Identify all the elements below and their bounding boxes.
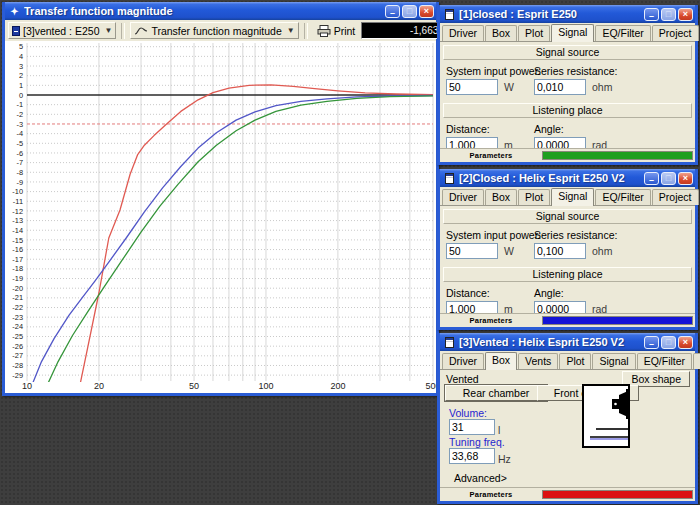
toolbar-separator bbox=[304, 23, 308, 39]
angle-label: Angle: bbox=[534, 287, 689, 299]
transfer-function-plot[interactable]: 543210-1-2-3-4-5-6-7-8-9-10-11-12-13-14-… bbox=[5, 41, 436, 393]
svg-text:50: 50 bbox=[189, 381, 199, 391]
win2-signal-page: Signal source System input power: W Seri… bbox=[440, 209, 695, 317]
system-selector[interactable]: [3]vented : E250 ▼ bbox=[8, 22, 116, 39]
parameters-label: Parameters bbox=[440, 490, 542, 499]
volume-unit: l bbox=[498, 424, 500, 436]
minimize-button[interactable]: – bbox=[385, 5, 400, 18]
tuning-freq-unit: Hz bbox=[498, 453, 511, 465]
tab-eq-filter[interactable]: EQ/Filter bbox=[637, 353, 692, 369]
tab-project[interactable]: Project bbox=[652, 189, 699, 205]
win3-titlebar[interactable]: [3]Vented : Helix Esprit E250 V2 – □ × bbox=[440, 333, 695, 351]
tab-vents[interactable]: Vents bbox=[518, 353, 558, 369]
closed-helix-window: [2]Closed : Helix Esprit E250 V2 – □ × D… bbox=[437, 169, 698, 330]
tab-driver[interactable]: Driver bbox=[442, 25, 484, 41]
tab-eq-filter[interactable]: EQ/Filter bbox=[595, 25, 650, 41]
power-unit: W bbox=[504, 245, 514, 257]
svg-text:2: 2 bbox=[19, 71, 23, 80]
listening-place-header: Listening place bbox=[443, 267, 692, 282]
svg-text:4: 4 bbox=[19, 52, 23, 61]
win1-signal-page: Signal source System input power: W Seri… bbox=[440, 45, 695, 153]
win3-title: [3]Vented : Helix Esprit E250 V2 bbox=[459, 336, 642, 348]
resistance-unit: ohm bbox=[592, 81, 612, 93]
svg-text:20: 20 bbox=[94, 381, 104, 391]
transfer-function-window: ✦ Transfer function magnitude – □ × [3]v… bbox=[2, 2, 439, 396]
resistance-input[interactable] bbox=[534, 243, 586, 259]
tab-eq-filter[interactable]: EQ/Filter bbox=[595, 189, 650, 205]
signal-source-header: Signal source bbox=[443, 209, 692, 224]
power-label: System input power: bbox=[446, 65, 534, 77]
svg-text:-19: -19 bbox=[12, 274, 23, 283]
power-input[interactable] bbox=[446, 79, 498, 95]
tab-project[interactable]: Project bbox=[652, 25, 699, 41]
svg-text:-27: -27 bbox=[12, 351, 23, 360]
svg-text:-14: -14 bbox=[12, 226, 23, 235]
parameters-label: Parameters bbox=[440, 316, 542, 325]
plot-type-selector[interactable]: Transfer function magnitude ▼ bbox=[130, 22, 298, 39]
svg-text:100: 100 bbox=[258, 381, 273, 391]
win3-tabs: Driver Box Vents Plot Signal EQ/Filter P… bbox=[440, 351, 695, 370]
advanced-link[interactable]: Advanced> bbox=[454, 472, 507, 484]
closed-esprit-window: [1]closed : Esprit E250 – □ × Driver Box… bbox=[437, 5, 698, 165]
resistance-label: Series resistance: bbox=[534, 65, 689, 77]
rear-chamber-button[interactable]: Rear chamber bbox=[445, 385, 547, 401]
resistance-unit: ohm bbox=[592, 245, 612, 257]
tab-plot[interactable]: Plot bbox=[518, 189, 550, 205]
vented-helix-window: [3]Vented : Helix Esprit E250 V2 – □ × D… bbox=[437, 333, 698, 504]
maximize-button[interactable]: □ bbox=[661, 8, 676, 21]
minimize-button[interactable]: – bbox=[644, 336, 659, 349]
close-button[interactable]: × bbox=[419, 5, 434, 18]
svg-text:-5: -5 bbox=[16, 139, 23, 148]
win1-titlebar[interactable]: [1]closed : Esprit E250 – □ × bbox=[440, 5, 695, 23]
tab-box[interactable]: Box bbox=[485, 352, 517, 370]
svg-text:-26: -26 bbox=[12, 342, 23, 351]
print-button[interactable]: Print bbox=[313, 22, 360, 39]
maximize-button[interactable]: □ bbox=[661, 336, 676, 349]
win2-titlebar[interactable]: [2]Closed : Helix Esprit E250 V2 – □ × bbox=[440, 169, 695, 187]
close-button[interactable]: × bbox=[678, 336, 693, 349]
tab-driver[interactable]: Driver bbox=[442, 353, 484, 369]
tab-driver[interactable]: Driver bbox=[442, 189, 484, 205]
maximize-button[interactable]: □ bbox=[402, 5, 417, 18]
tab-signal[interactable]: Signal bbox=[592, 353, 635, 369]
svg-text:-9: -9 bbox=[16, 178, 23, 187]
tab-signal[interactable]: Signal bbox=[551, 24, 594, 42]
svg-text:0: 0 bbox=[19, 91, 23, 100]
tab-plot[interactable]: Plot bbox=[559, 353, 591, 369]
enclosure-type-label: Vented bbox=[446, 373, 479, 385]
resistance-input[interactable] bbox=[534, 79, 586, 95]
close-button[interactable]: × bbox=[678, 8, 693, 21]
svg-text:-12: -12 bbox=[12, 207, 23, 216]
close-button[interactable]: × bbox=[678, 172, 693, 185]
tab-signal[interactable]: Signal bbox=[551, 188, 594, 206]
svg-text:-20: -20 bbox=[12, 284, 23, 293]
svg-text:10: 10 bbox=[22, 381, 32, 391]
power-input[interactable] bbox=[446, 243, 498, 259]
tab-plot[interactable]: Plot bbox=[518, 25, 550, 41]
minimize-button[interactable]: – bbox=[644, 8, 659, 21]
main-window-title: Transfer function magnitude bbox=[24, 5, 383, 17]
svg-text:3: 3 bbox=[19, 62, 23, 71]
tab-box[interactable]: Box bbox=[485, 25, 517, 41]
maximize-button[interactable]: □ bbox=[661, 172, 676, 185]
main-titlebar[interactable]: ✦ Transfer function magnitude – □ × bbox=[5, 2, 436, 20]
win3-box-page: Vented Box shape Rear chamber Front cham… bbox=[440, 370, 695, 485]
system-doc-icon bbox=[12, 26, 20, 36]
svg-text:-4: -4 bbox=[16, 129, 23, 138]
volume-input[interactable] bbox=[449, 419, 495, 435]
win1-tabs: Driver Box Plot Signal EQ/Filter Project bbox=[440, 23, 695, 42]
minimize-button[interactable]: – bbox=[644, 172, 659, 185]
svg-text:-13: -13 bbox=[12, 216, 23, 225]
svg-text:-8: -8 bbox=[16, 168, 23, 177]
parameters-progress-bar bbox=[542, 316, 693, 325]
signal-source-header: Signal source bbox=[443, 45, 692, 60]
magnitude-chart: 543210-1-2-3-4-5-6-7-8-9-10-11-12-13-14-… bbox=[5, 41, 436, 393]
svg-text:-16: -16 bbox=[12, 245, 23, 254]
tuning-freq-input[interactable] bbox=[449, 448, 495, 464]
win1-title: [1]closed : Esprit E250 bbox=[459, 8, 642, 20]
svg-text:-1: -1 bbox=[16, 100, 23, 109]
svg-text:-28: -28 bbox=[12, 361, 23, 370]
win2-statusbar: Parameters bbox=[440, 313, 695, 327]
tab-project[interactable]: Project bbox=[693, 353, 700, 369]
tab-box[interactable]: Box bbox=[485, 189, 517, 205]
